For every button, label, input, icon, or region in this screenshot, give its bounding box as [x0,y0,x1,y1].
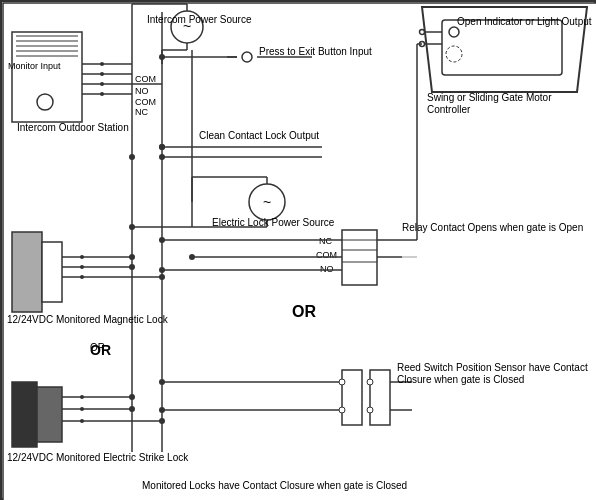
svg-text:NC: NC [319,236,332,246]
svg-point-105 [367,379,373,385]
svg-point-78 [159,418,165,424]
svg-point-103 [339,379,345,385]
svg-text:~: ~ [263,194,271,210]
svg-point-109 [159,379,165,385]
svg-point-96 [189,254,195,260]
svg-rect-51 [12,232,42,312]
svg-point-39 [159,54,165,60]
electric-lock-power-label: Electric Lock Power Source [212,217,334,229]
svg-point-20 [242,52,252,62]
monitored-locks-label: Monitored Locks have Contact Closure whe… [142,480,407,492]
svg-text:NO: NO [320,264,334,274]
or1-label2: OR [90,342,111,359]
svg-rect-66 [37,387,62,442]
svg-point-116 [420,30,425,35]
svg-point-125 [129,224,135,230]
svg-rect-98 [370,370,390,425]
svg-point-113 [446,46,462,62]
svg-point-106 [367,407,373,413]
intercom-power-label: Intercom Power Source [147,14,252,26]
svg-rect-79 [342,230,377,285]
open-indicator-label: Open Indicator or Light Output [457,16,592,28]
svg-point-104 [339,407,345,413]
monitor-input-label: Monitor Input [8,61,61,72]
svg-point-64 [159,274,165,280]
swing-gate-label: Swing or Sliding Gate Motor Controller [427,92,594,116]
svg-point-7 [37,94,53,110]
clean-contact-label: Clean Contact Lock Output [199,130,319,142]
svg-point-110 [159,407,165,413]
svg-rect-52 [42,242,62,302]
svg-point-76 [129,394,135,400]
svg-rect-111 [442,20,562,75]
svg-text:NC: NC [135,107,148,117]
svg-point-62 [129,254,135,260]
svg-point-112 [449,27,459,37]
svg-text:COM: COM [135,74,156,84]
reed-switch-label: Reed Switch Position Sensor have Contact… [397,362,594,386]
svg-point-43 [159,154,165,160]
electric-strike-label: 12/24VDC Monitored Electric Strike Lock [7,452,188,464]
svg-point-123 [159,144,165,150]
svg-text:NO: NO [135,86,149,96]
svg-text:COM: COM [316,250,337,260]
wiring-diagram: ~ COM NO COM NC [0,0,596,500]
svg-point-93 [159,237,165,243]
svg-text:COM: COM [135,97,156,107]
or2-label: OR [292,302,316,321]
press-to-exit-label: Press to Exit Button Input [259,46,372,58]
svg-point-63 [129,264,135,270]
svg-rect-97 [342,370,362,425]
relay-contact-label: Relay Contact Opens when gate is Open [402,222,583,234]
magnetic-lock-label: 12/24VDC Monitored Magnetic Lock [7,314,168,326]
svg-rect-65 [12,382,37,447]
intercom-outdoor-label: Intercom Outdoor Station [17,122,129,134]
svg-point-94 [159,267,165,273]
svg-point-122 [129,154,135,160]
svg-point-77 [129,406,135,412]
